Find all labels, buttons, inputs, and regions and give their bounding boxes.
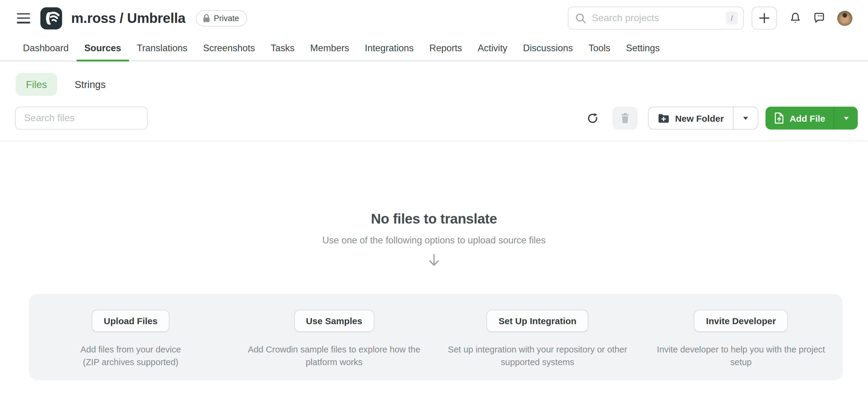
toolbar-divider [0,140,868,141]
chevron-down-icon [743,117,748,120]
add-file-button[interactable]: Add File [766,107,834,129]
upload-files-card: Upload Files Add files from your device … [29,310,232,380]
delete-button[interactable] [613,107,638,129]
project-search: / [568,7,744,30]
files-toolbar: New Folder Add File [15,107,858,129]
invite-developer-button[interactable]: Invite Developer [694,310,788,332]
refresh-icon [587,112,599,124]
chevron-down-icon [844,117,848,120]
add-file-dropdown-button[interactable] [834,107,858,129]
project-nav: Dashboard Sources Translations Screensho… [0,36,868,61]
crowdin-logo-icon[interactable] [40,7,62,29]
use-samples-card: Use Samples Add Crowdin sample files to … [232,310,436,380]
invite-developer-description: Invite developer to help you with the pr… [651,343,832,368]
hamburger-menu-button[interactable] [17,13,30,23]
privacy-badge: Private [195,10,247,26]
use-samples-description: Add Crowdin sample files to explore how … [244,343,425,368]
tab-settings[interactable]: Settings [618,36,668,60]
project-title[interactable]: m.ross / Umbrella [71,10,185,26]
new-folder-label: New Folder [675,113,724,123]
down-arrow-icon [0,254,868,267]
tab-sources[interactable]: Sources [76,36,129,60]
new-folder-split-button: New Folder [648,107,758,129]
top-header: m.ross / Umbrella Private / [0,0,868,36]
upload-files-description: Add files from your device (ZIP archives… [73,343,188,368]
search-icon [575,12,587,24]
upload-options-panel: Upload Files Add files from your device … [29,294,843,380]
crowdin-project-page: m.ross / Umbrella Private / [0,0,868,407]
use-samples-button[interactable]: Use Samples [294,310,374,332]
invite-developer-card: Invite Developer Invite developer to hel… [639,310,843,380]
trash-icon [620,113,630,124]
folder-plus-icon [658,113,670,123]
bell-icon [789,12,801,24]
add-file-split-button: Add File [766,107,858,129]
search-files-input[interactable] [15,107,148,129]
user-avatar[interactable] [837,10,852,26]
set-up-integration-card: Set Up Integration Set up integration wi… [436,310,639,380]
tab-integrations[interactable]: Integrations [357,36,422,60]
tab-dashboard[interactable]: Dashboard [15,36,76,60]
tab-screenshots[interactable]: Screenshots [195,36,263,60]
create-project-button[interactable] [752,7,777,30]
tab-activity[interactable]: Activity [470,36,515,60]
tab-tools[interactable]: Tools [581,36,618,60]
lock-icon [202,13,210,23]
set-up-integration-description: Set up integration with your repository … [440,343,636,368]
tab-discussions[interactable]: Discussions [515,36,581,60]
tab-members[interactable]: Members [302,36,357,60]
refresh-button[interactable] [584,107,602,129]
hamburger-icon [17,13,30,14]
empty-state-title: No files to translate [0,211,868,227]
tab-tasks[interactable]: Tasks [263,36,302,60]
set-up-integration-button[interactable]: Set Up Integration [487,310,588,332]
search-shortcut-hint: / [726,11,738,25]
subtab-files[interactable]: Files [16,73,57,96]
privacy-badge-label: Private [214,13,239,23]
messages-button[interactable] [813,12,825,24]
notifications-button[interactable] [789,12,801,24]
sources-subtabs: Files Strings [16,73,868,96]
empty-state-subtitle: Use one of the following options to uplo… [0,235,868,246]
empty-state: No files to translate Use one of the fol… [0,211,868,267]
tab-translations[interactable]: Translations [129,36,195,60]
new-folder-dropdown-button[interactable] [733,107,758,129]
chat-icon [813,12,825,24]
upload-files-button[interactable]: Upload Files [92,310,169,332]
new-folder-button[interactable]: New Folder [649,107,733,129]
tab-reports[interactable]: Reports [422,36,470,60]
search-projects-input[interactable] [592,13,726,24]
subtab-strings[interactable]: Strings [72,73,108,96]
file-upload-icon [774,112,784,124]
plus-icon [759,13,770,24]
add-file-label: Add File [789,113,825,123]
